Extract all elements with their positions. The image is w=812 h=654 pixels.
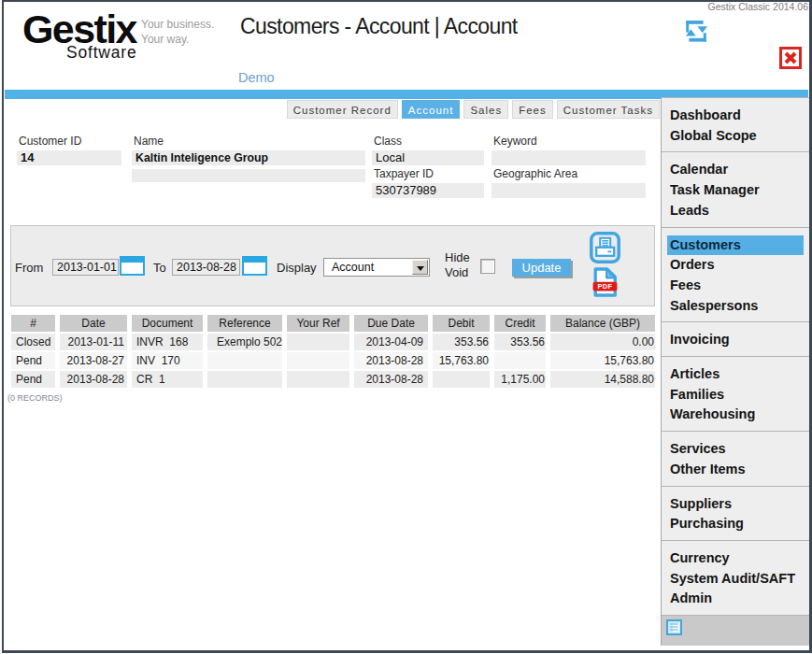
svg-text:PDF: PDF bbox=[597, 282, 612, 291]
